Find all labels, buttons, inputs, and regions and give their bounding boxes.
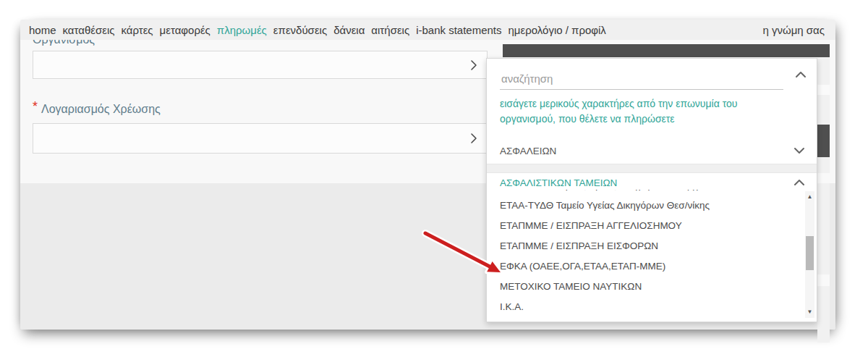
main-window: home καταθέσεις κάρτες μεταφορές πληρωμέ… — [20, 20, 835, 330]
organization-picker-dropdown: εισάγετε μερικούς χαρακτήρες από την επω… — [486, 58, 817, 322]
list-item[interactable]: ΕΤΑΠΜΜΕ / ΕΙΣΠΡΑΞΗ ΑΓΓΕΛΙΟΣΗΜΟΥ — [487, 216, 817, 236]
occluded-dark-fragment — [817, 125, 830, 157]
list-item[interactable]: ΕΤΑΑ-ΤΥΔΕ Τομέας Υγείας Δικηγόρων Επαρχι… — [487, 190, 817, 196]
chevron-right-icon — [470, 59, 477, 71]
nav-item-applications[interactable]: αιτήσεις — [371, 24, 409, 36]
occluded-fragment — [817, 85, 830, 95]
nav-item-home[interactable]: home — [29, 24, 56, 36]
occluded-fragment — [817, 173, 830, 183]
chevron-right-icon — [470, 133, 477, 144]
group-label: ΑΣΦΑΛΙΣΤΙΚΩΝ ΤΑΜΕΙΩΝ — [500, 177, 617, 188]
list-item-efka[interactable]: ΕΦΚΑ (ΟΑΕΕ,ΟΓΑ,ΕΤΑΑ,ΕΤΑΠ-ΜΜΕ) — [487, 256, 817, 277]
debit-account-field[interactable] — [33, 123, 488, 154]
search-input[interactable] — [500, 67, 783, 90]
occluded-header-bar — [503, 44, 830, 57]
organization-label: Οργανισμός — [33, 40, 95, 46]
list-item[interactable]: ΕΤΑΑ-ΤΥΔΘ Ταμείο Υγείας Δικηγόρων Θεσ/νί… — [487, 196, 817, 216]
debit-account-label: Λογαριασμός Χρέωσης — [41, 103, 161, 115]
occluded-right-strip — [817, 57, 830, 343]
nav-item-ibank-statements[interactable]: i-bank statements — [416, 24, 501, 36]
required-asterisk: * — [33, 99, 38, 114]
nav-item-investments[interactable]: επενδύσεις — [273, 24, 327, 36]
scroll-up-icon[interactable]: ▲ — [805, 193, 814, 201]
list-item[interactable]: ΜΕΤΟΧΙΚΟ ΤΑΜΕΙΟ ΝΑΥΤΙΚΩΝ — [487, 277, 817, 297]
chevron-up-icon — [793, 179, 805, 186]
list-item[interactable]: ΕΤΑΠΜΜΕ / ΕΙΣΠΡΑΞΗ ΕΙΣΦΟΡΩΝ — [487, 236, 817, 256]
nav-item-cards[interactable]: κάρτες — [121, 24, 153, 36]
list-scrollbar[interactable]: ▲ ▼ — [805, 191, 814, 318]
group-header-insurance[interactable]: ΑΣΦΑΛΕΙΩΝ — [487, 143, 817, 162]
scrollbar-thumb[interactable] — [806, 236, 814, 270]
nav-item-payments[interactable]: πληρωμές — [217, 24, 267, 36]
nav-item-transfers[interactable]: μεταφορές — [160, 24, 210, 36]
nav-item-feedback[interactable]: η γνώμη σας — [762, 24, 825, 36]
occluded-fragment — [817, 275, 830, 286]
organization-field[interactable] — [33, 51, 488, 79]
debit-account-label-row: *Λογαριασμός Χρέωσης — [33, 101, 161, 117]
list-item[interactable]: Ι.Κ.Α. — [487, 297, 817, 317]
scroll-down-icon[interactable]: ▼ — [805, 308, 814, 317]
nav-item-deposits[interactable]: καταθέσεις — [63, 24, 115, 36]
nav-item-calendar-profile[interactable]: ημερολόγιο / προφίλ — [509, 24, 606, 36]
group-divider — [487, 164, 817, 173]
group-label: ΑΣΦΑΛΕΙΩΝ — [500, 146, 556, 156]
chevron-up-icon[interactable] — [795, 71, 807, 78]
top-navigation: home καταθέσεις κάρτες μεταφορές πληρωμέ… — [20, 20, 835, 40]
chevron-down-icon — [793, 147, 805, 154]
search-helper-text: εισάγετε μερικούς χαρακτήρες από την επω… — [500, 96, 792, 127]
nav-item-loans[interactable]: δάνεια — [333, 24, 365, 36]
organization-list: ΕΤΑΑ-ΤΥΔΕ Τομέας Υγείας Δικηγόρων Επαρχι… — [487, 190, 817, 319]
